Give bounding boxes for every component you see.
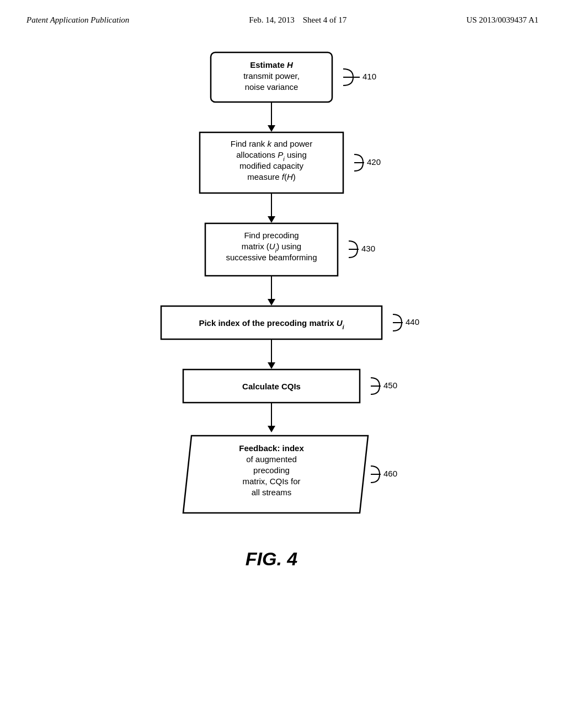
flowchart-svg: Estimate H transmit power, noise varianc… — [89, 47, 476, 626]
svg-text:transmit power,: transmit power, — [243, 71, 300, 81]
svg-marker-14 — [268, 216, 275, 223]
svg-text:of augmented: of augmented — [246, 454, 297, 464]
svg-marker-26 — [268, 362, 275, 369]
svg-text:Find rank k and power: Find rank k and power — [231, 139, 312, 148]
svg-text:460: 460 — [383, 469, 397, 478]
svg-text:440: 440 — [406, 317, 419, 326]
svg-text:Feedback: index: Feedback: index — [239, 443, 304, 453]
svg-text:FIG. 4: FIG. 4 — [246, 548, 298, 569]
date-sheet: Feb. 14, 2013 Sheet 4 of 17 — [249, 15, 347, 25]
svg-text:noise variance: noise variance — [245, 82, 299, 92]
svg-marker-6 — [268, 125, 275, 132]
svg-text:measure f(H): measure f(H) — [247, 172, 296, 181]
flowchart-container: Estimate H transmit power, noise varianc… — [0, 47, 565, 626]
svg-text:420: 420 — [367, 157, 381, 167]
sheet-info: Sheet 4 of 17 — [303, 15, 347, 24]
svg-text:450: 450 — [383, 381, 397, 390]
publication-date: Feb. 14, 2013 — [249, 15, 295, 24]
svg-marker-31 — [268, 426, 275, 432]
svg-text:successive beamforming: successive beamforming — [226, 253, 317, 262]
publication-title: Patent Application Publication — [26, 15, 129, 25]
svg-text:precoding: precoding — [253, 465, 290, 475]
svg-text:Find precoding: Find precoding — [244, 231, 299, 240]
svg-text:all streams: all streams — [252, 488, 292, 497]
svg-text:430: 430 — [361, 244, 375, 253]
svg-text:Calculate CQIs: Calculate CQIs — [242, 382, 301, 391]
svg-text:matrix, CQIs for: matrix, CQIs for — [242, 477, 300, 486]
svg-text:modified capacity: modified capacity — [239, 161, 303, 170]
svg-text:Estimate H: Estimate H — [250, 60, 294, 69]
svg-marker-21 — [268, 299, 275, 306]
patent-number: US 2013/0039437 A1 — [466, 15, 539, 25]
page-header: Patent Application Publication Feb. 14, … — [0, 0, 565, 25]
svg-text:410: 410 — [363, 72, 376, 81]
